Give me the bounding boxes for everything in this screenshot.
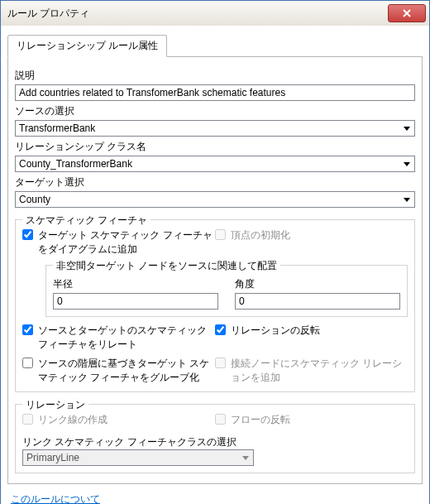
radius-input[interactable] bbox=[53, 293, 218, 310]
reverse-relation-wrap[interactable]: リレーションの反転 bbox=[215, 324, 408, 338]
radius-label: 半径 bbox=[53, 277, 218, 291]
group-by-hierarchy-checkbox[interactable] bbox=[22, 358, 33, 368]
source-select-wrap bbox=[15, 120, 415, 137]
reverse-flow-wrap: フローの反転 bbox=[215, 413, 408, 427]
about-rule-link[interactable]: このルールについて bbox=[11, 492, 100, 504]
group-by-hierarchy-wrap[interactable]: ソースの階層に基づきターゲット スケマティック フィーチャをグループ化 bbox=[22, 357, 215, 385]
relclass-select[interactable] bbox=[15, 156, 415, 172]
reverse-flow-label: フローの反転 bbox=[231, 413, 290, 427]
add-conn-node-label: 接続ノードにスケマティック リレーションを追加 bbox=[231, 357, 408, 385]
window-title: ルール プロパティ bbox=[7, 7, 89, 21]
reverse-relation-checkbox[interactable] bbox=[215, 324, 226, 335]
relate-schematic-checkbox[interactable] bbox=[22, 324, 33, 335]
tab-relationship-rule-attrs[interactable]: リレーションシップ ルール属性 bbox=[7, 35, 167, 57]
label-source-select: ソースの選択 bbox=[15, 104, 415, 118]
vertex-init-wrap: 頂点の初期化 bbox=[215, 228, 408, 242]
nonspatial-target-group: 非空間ターゲット ノードをソースに関連して配置 半径 角度 bbox=[45, 265, 408, 317]
reverse-relation-label: リレーションの反転 bbox=[231, 324, 320, 338]
link-class-select bbox=[22, 449, 254, 466]
close-button[interactable] bbox=[388, 4, 426, 22]
relate-schematic-label: ソースとターゲットのスケマティック フィーチャをリレート bbox=[38, 324, 215, 352]
create-links-wrap: リンク線の作成 bbox=[22, 413, 215, 427]
source-select[interactable] bbox=[15, 120, 415, 137]
create-links-label: リンク線の作成 bbox=[38, 413, 108, 427]
close-icon bbox=[403, 9, 411, 17]
target-select-wrap bbox=[15, 191, 415, 208]
add-target-schematic-label: ターゲット スケマティック フィーチャをダイアグラムに追加 bbox=[38, 228, 215, 257]
label-rel-class: リレーションシップ クラス名 bbox=[15, 140, 415, 154]
relate-schematic-wrap[interactable]: ソースとターゲットのスケマティック フィーチャをリレート bbox=[22, 324, 215, 352]
relation-group-title: リレーション bbox=[22, 398, 88, 412]
group-by-hierarchy-label: ソースの階層に基づきターゲット スケマティック フィーチャをグループ化 bbox=[38, 357, 215, 385]
link-class-select-wrap bbox=[22, 449, 254, 466]
vertex-init-checkbox bbox=[215, 229, 226, 240]
create-links-checkbox bbox=[22, 414, 33, 425]
dialog-window: ルール プロパティ リレーションシップ ルール属性 説明 ソースの選択 リレーシ… bbox=[0, 0, 430, 504]
titlebar: ルール プロパティ bbox=[1, 1, 429, 26]
dialog-body: リレーションシップ ルール属性 説明 ソースの選択 リレーションシップ クラス名… bbox=[1, 26, 429, 504]
add-target-schematic-checkbox[interactable] bbox=[22, 229, 33, 240]
add-target-schematic-wrap[interactable]: ターゲット スケマティック フィーチャをダイアグラムに追加 bbox=[22, 228, 215, 257]
tabpage: 説明 ソースの選択 リレーションシップ クラス名 ターゲット選択 スケマティック… bbox=[7, 57, 423, 484]
label-description: 説明 bbox=[15, 69, 415, 83]
relation-group: リレーション リンク線の作成 フローの反転 bbox=[15, 404, 415, 473]
target-select[interactable] bbox=[15, 191, 415, 208]
schematic-group-title: スケマティック フィーチャ bbox=[22, 214, 150, 228]
vertex-init-label: 頂点の初期化 bbox=[231, 228, 290, 242]
nonspatial-group-title: 非空間ターゲット ノードをソースに関連して配置 bbox=[53, 259, 280, 273]
tabstrip: リレーションシップ ルール属性 bbox=[7, 34, 423, 57]
description-input[interactable] bbox=[15, 84, 415, 101]
add-conn-node-checkbox bbox=[215, 358, 226, 368]
link-class-label: リンク スケマティック フィーチャクラスの選択 bbox=[22, 435, 408, 449]
angle-label: 角度 bbox=[235, 277, 400, 291]
schematic-feature-group: スケマティック フィーチャ ターゲット スケマティック フィーチャをダイアグラム… bbox=[15, 219, 415, 392]
angle-input[interactable] bbox=[235, 293, 400, 310]
add-conn-node-wrap: 接続ノードにスケマティック リレーションを追加 bbox=[215, 357, 408, 385]
label-target-select: ターゲット選択 bbox=[15, 175, 415, 190]
reverse-flow-checkbox bbox=[215, 414, 226, 425]
relclass-select-wrap bbox=[15, 156, 415, 172]
